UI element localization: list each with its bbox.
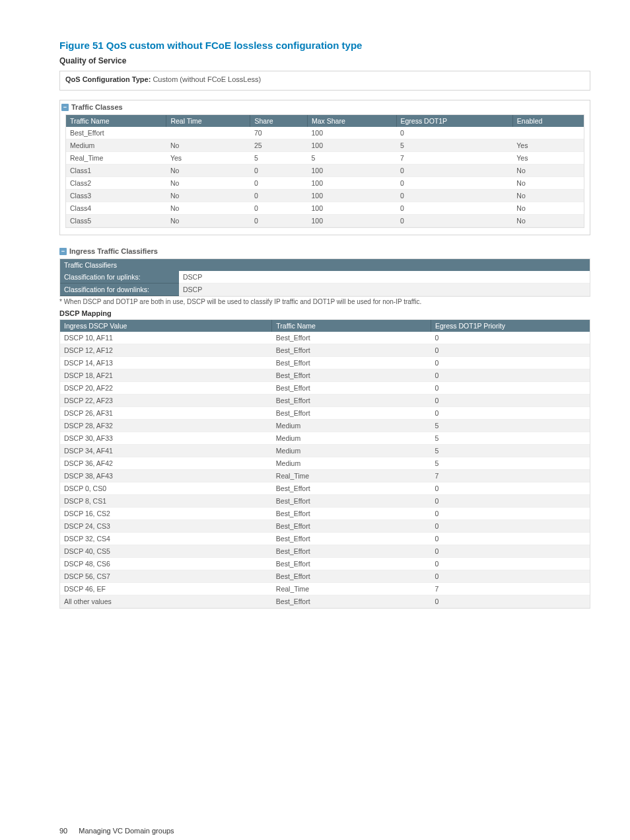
table-cell: Best_Effort [272,545,431,558]
table-cell: 100 [308,165,397,177]
table-cell: 100 [308,190,397,202]
table-cell: No [512,202,584,215]
table-cell: 0 [431,533,590,545]
classifiers-header: Traffic Classifiers [60,259,590,271]
table-cell: No [166,177,250,190]
table-cell: 0 [431,357,590,369]
table-cell: 0 [250,165,308,177]
table-cell: 0 [431,508,590,520]
table-cell: DSCP 24, CS3 [60,520,272,533]
table-cell: 5 [308,152,397,165]
table-cell: 5 [431,457,590,470]
table-cell: DSCP 0, CS0 [60,482,272,495]
table-cell: DSCP 30, AF33 [60,432,272,445]
table-row: DSCP 8, CS1Best_Effort0 [60,495,590,508]
table-cell: 0 [431,407,590,420]
table-cell: DSCP 48, CS6 [60,558,272,570]
table-row: DSCP 56, CS7Best_Effort0 [60,570,590,583]
table-cell: All other values [60,595,272,608]
classifier-value: DSCP [179,271,590,284]
table-cell: DSCP 8, CS1 [60,495,272,508]
table-cell: DSCP 56, CS7 [60,570,272,583]
table-cell: Medium [272,432,431,445]
config-type-panel: QoS Configuration Type: Custom (without … [59,71,590,91]
ingress-panel: − Ingress Traffic Classifiers Traffic Cl… [59,245,590,615]
traffic-classes-table: Traffic NameReal TimeShareMax ShareEgres… [66,115,584,227]
table-cell: 0 [396,202,512,215]
table-cell: 5 [431,445,590,457]
config-type-label: QoS Configuration Type: [65,75,151,83]
table-row: DSCP 32, CS4Best_Effort0 [60,533,590,545]
footnote: * When DSCP and DOT1P are both in use, D… [59,298,590,305]
table-row: Class1No01000No [66,165,584,177]
table-cell: DSCP 18, AF21 [60,369,272,382]
table-row: Classification for downlinks:DSCP [60,284,590,296]
table-cell: Best_Effort [272,344,431,357]
table-header: Real Time [166,115,250,127]
table-cell: 100 [308,202,397,215]
table-cell: Best_Effort [272,570,431,583]
table-cell: 0 [396,127,512,139]
table-cell: 0 [431,395,590,407]
table-cell: Class2 [66,177,166,190]
table-row: MediumNo251005Yes [66,139,584,152]
page-footer: 90 Managing VC Domain groups [59,827,590,835]
table-row: DSCP 12, AF12Best_Effort0 [60,344,590,357]
ingress-title-row: − Ingress Traffic Classifiers [59,245,590,257]
table-cell: DSCP 14, AF13 [60,357,272,369]
table-cell: 0 [431,332,590,344]
table-cell: Best_Effort [272,520,431,533]
table-cell: 7 [396,152,512,165]
table-cell: 0 [250,202,308,215]
table-cell: 5 [250,152,308,165]
table-row: DSCP 24, CS3Best_Effort0 [60,520,590,533]
table-cell: DSCP 46, EF [60,583,272,595]
table-cell: 100 [308,127,397,139]
table-cell: No [512,165,584,177]
table-cell: DSCP 38, AF43 [60,470,272,482]
dscp-mapping-table: Ingress DSCP ValueTraffic NameEgress DOT… [60,320,590,608]
table-row: DSCP 34, AF41Medium5 [60,445,590,457]
collapse-icon[interactable]: − [59,248,67,255]
traffic-classes-panel: − Traffic Classes Traffic NameReal TimeS… [59,100,590,235]
table-cell: DSCP 10, AF11 [60,332,272,344]
table-cell: Best_Effort [272,558,431,570]
table-cell: Best_Effort [272,595,431,608]
table-row: Class5No01000No [66,215,584,227]
table-cell: DSCP 26, AF31 [60,407,272,420]
table-cell: 0 [396,177,512,190]
table-cell [166,127,250,139]
table-cell: 0 [431,344,590,357]
table-cell: 100 [308,177,397,190]
table-cell: Best_Effort [272,533,431,545]
table-cell: No [166,202,250,215]
table-header: Ingress DSCP Value [60,320,272,332]
table-cell: Medium [272,457,431,470]
table-header: Egress DOT1P [396,115,512,127]
table-cell: DSCP 40, CS5 [60,545,272,558]
table-cell [512,127,584,139]
collapse-icon[interactable]: − [61,104,69,111]
table-cell: DSCP 12, AF12 [60,344,272,357]
table-row: DSCP 40, CS5Best_Effort0 [60,545,590,558]
ingress-title: Ingress Traffic Classifiers [69,247,158,255]
table-cell: No [512,190,584,202]
footer-text: Managing VC Domain groups [79,827,174,835]
table-cell: 7 [431,470,590,482]
table-row: Classification for uplinks:DSCP [60,271,590,284]
table-row: Real_TimeYes557Yes [66,152,584,165]
table-cell: 0 [396,215,512,227]
table-cell: Class4 [66,202,166,215]
table-cell: 0 [396,165,512,177]
table-cell: 0 [431,369,590,382]
table-header: Traffic Name [272,320,431,332]
traffic-classes-title: Traffic Classes [71,103,123,111]
table-header: Share [250,115,308,127]
table-row: DSCP 20, AF22Best_Effort0 [60,382,590,395]
table-cell: Medium [66,139,166,152]
table-cell: DSCP 22, AF23 [60,395,272,407]
table-cell: Yes [512,139,584,152]
table-row: DSCP 26, AF31Best_Effort0 [60,407,590,420]
table-cell: 100 [308,215,397,227]
table-cell: 7 [431,583,590,595]
